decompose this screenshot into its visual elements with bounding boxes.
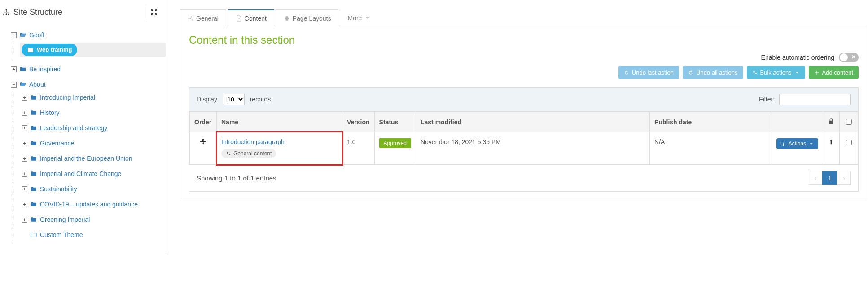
folder-open-icon xyxy=(19,31,26,39)
folder-icon xyxy=(30,155,37,162)
bulk-actions-button[interactable]: Bulk actions xyxy=(747,66,805,79)
svg-point-9 xyxy=(227,152,228,154)
main-area: General Content Page Layouts More Conten… xyxy=(166,0,868,254)
auto-order-toggle[interactable]: ✕ xyxy=(839,53,859,62)
status-badge: Approved xyxy=(379,138,411,148)
tree-toggle[interactable]: + xyxy=(22,110,27,116)
pagination: ‹ 1 › xyxy=(809,171,851,185)
tab-content[interactable]: Content xyxy=(228,9,274,26)
gear-icon xyxy=(781,141,786,146)
tree-node[interactable]: Greening Imperial xyxy=(40,215,90,224)
tree-toggle[interactable]: + xyxy=(11,66,17,72)
tree-node[interactable]: COVID-19 – updates and guidance xyxy=(40,200,138,209)
tree-node-web-training[interactable]: Web training xyxy=(22,44,77,56)
tree-toggle[interactable]: + xyxy=(22,140,27,146)
tree-node[interactable]: Imperial and Climate Change xyxy=(40,169,121,178)
col-lock xyxy=(823,112,840,132)
svg-point-5 xyxy=(190,18,191,18)
display-label-pre: Display xyxy=(197,96,217,103)
col-name: Name xyxy=(217,112,342,132)
folder-icon xyxy=(30,201,37,208)
folder-open-icon xyxy=(19,81,26,88)
chevron-down-icon xyxy=(809,141,814,146)
folder-icon xyxy=(30,124,37,132)
records-per-page-select[interactable]: 10 xyxy=(223,94,245,105)
folder-icon xyxy=(27,46,34,53)
tree-toggle[interactable]: + xyxy=(22,202,27,207)
pager-next[interactable]: › xyxy=(837,171,851,185)
row-actions-button[interactable]: Actions xyxy=(776,138,818,149)
tree-node[interactable]: Leadership and strategy xyxy=(40,123,107,132)
sidebar: Site Structure − Geoff xyxy=(0,0,166,254)
tree-toggle[interactable]: − xyxy=(11,32,17,38)
tab-bar: General Content Page Layouts More xyxy=(180,9,868,26)
undo-last-button[interactable]: Undo last action xyxy=(618,66,679,79)
svg-rect-2 xyxy=(6,14,7,15)
tree-node[interactable]: History xyxy=(40,108,60,117)
document-icon xyxy=(236,15,242,22)
content-table: Display 10 records Filter: Order xyxy=(189,87,859,192)
tab-general[interactable]: General xyxy=(180,9,226,26)
svg-point-11 xyxy=(783,143,784,145)
arrow-up-icon[interactable] xyxy=(828,138,835,145)
filter-label: Filter: xyxy=(759,96,775,103)
add-content-button[interactable]: Add content xyxy=(809,66,859,79)
expand-all-button[interactable] xyxy=(146,4,161,20)
tree-node[interactable]: Sustainability xyxy=(40,184,77,193)
actions-label: Actions xyxy=(789,140,806,147)
tree-toggle[interactable]: + xyxy=(22,95,27,101)
last-modified-cell: November 18, 2021 5:35 PM xyxy=(416,132,649,165)
chevron-down-icon xyxy=(364,15,371,21)
tree-node[interactable]: Custom Theme xyxy=(40,230,83,239)
gears-icon xyxy=(226,151,231,156)
col-status: Status xyxy=(374,112,416,132)
button-label: Add content xyxy=(822,69,853,76)
tree-node[interactable]: Governance xyxy=(40,139,74,148)
folder-outline-icon xyxy=(30,231,37,238)
move-handle-icon[interactable] xyxy=(200,138,207,145)
pager-prev[interactable]: ‹ xyxy=(809,171,823,185)
gears-icon xyxy=(752,70,758,75)
folder-icon xyxy=(30,140,37,147)
tree-node-geoff[interactable]: Geoff xyxy=(29,31,44,40)
tree-node-label: Web training xyxy=(37,45,72,54)
tree-toggle[interactable]: + xyxy=(22,217,27,223)
panel-title: Content in this section xyxy=(189,34,859,46)
undo-all-button[interactable]: Undo all actions xyxy=(683,66,743,79)
tree-node[interactable]: Imperial and the European Union xyxy=(40,154,132,163)
tree-toggle[interactable]: + xyxy=(22,125,27,131)
publish-date-cell: N/A xyxy=(650,132,772,165)
col-publish-date: Publish date xyxy=(650,112,772,132)
filter-input[interactable] xyxy=(779,94,851,105)
tree-node-be-inspired[interactable]: Be inspired xyxy=(29,65,61,74)
tree-node-about[interactable]: About xyxy=(29,80,46,89)
tab-label: Content xyxy=(245,15,267,22)
auto-order-label: Enable automatic ordering xyxy=(761,54,834,61)
tree-toggle[interactable]: − xyxy=(11,82,17,88)
folder-icon xyxy=(19,66,26,73)
tab-more[interactable]: More xyxy=(340,9,378,26)
tree-node[interactable]: Introducing Imperial xyxy=(40,93,95,102)
tree-toggle[interactable]: + xyxy=(22,156,27,162)
undo-icon xyxy=(688,70,693,75)
tab-label: More xyxy=(347,14,362,22)
lock-icon xyxy=(828,118,835,125)
tab-label: General xyxy=(196,15,219,22)
svg-point-10 xyxy=(229,154,230,155)
sidebar-title-text: Site Structure xyxy=(13,8,62,17)
content-name-link[interactable]: Introduction paragraph xyxy=(221,138,285,145)
tab-label: Page Layouts xyxy=(293,15,331,22)
pager-page[interactable]: 1 xyxy=(822,171,837,185)
tree-toggle[interactable]: + xyxy=(22,171,27,177)
select-all-checkbox[interactable] xyxy=(846,119,852,125)
button-label: Bulk actions xyxy=(760,69,792,76)
tab-page-layouts[interactable]: Page Layouts xyxy=(276,9,339,26)
row-select-checkbox[interactable] xyxy=(846,140,852,145)
tree-toggle[interactable]: + xyxy=(22,186,27,192)
folder-icon xyxy=(30,109,37,116)
col-select-all xyxy=(840,112,858,132)
content-panel: Content in this section Enable automatic… xyxy=(180,26,868,201)
site-tree: − Geoff xyxy=(0,25,166,254)
table-info: Showing 1 to 1 of 1 entries xyxy=(197,174,276,182)
puzzle-icon xyxy=(284,15,290,22)
